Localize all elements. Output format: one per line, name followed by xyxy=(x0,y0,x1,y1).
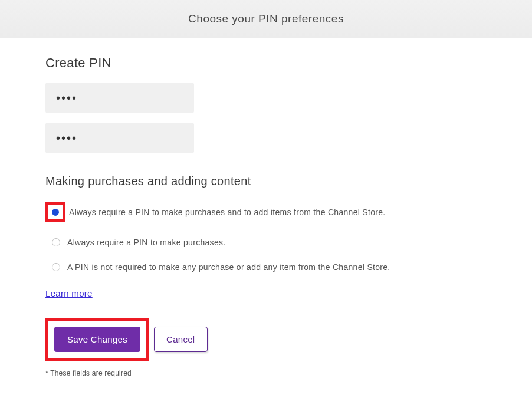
cancel-button[interactable]: Cancel xyxy=(154,327,208,352)
page-title: Choose your PIN preferences xyxy=(188,12,344,25)
radio-option-3-label: A PIN is not required to make any purcha… xyxy=(67,262,390,272)
highlight-box-save: Save Changes xyxy=(45,318,149,361)
radio-option-3-wrap xyxy=(52,263,60,271)
radio-option-2[interactable] xyxy=(52,238,60,246)
radio-option-1-label: Always require a PIN to make purchases a… xyxy=(69,208,386,217)
highlight-box-radio xyxy=(45,202,65,222)
save-button[interactable]: Save Changes xyxy=(54,327,140,352)
required-note: * These fields are required xyxy=(45,369,532,377)
pin-input-2[interactable]: •••• xyxy=(45,123,194,153)
purchases-section-title: Making purchases and adding content xyxy=(45,175,532,188)
pin-input-2-value: •••• xyxy=(56,131,77,145)
button-row: Save Changes Cancel xyxy=(45,318,532,361)
header-bar: Choose your PIN preferences xyxy=(0,0,532,38)
radio-option-2-label: Always require a PIN to make purchases. xyxy=(67,238,225,247)
create-pin-title: Create PIN xyxy=(45,55,532,71)
radio-option-2-wrap xyxy=(52,238,60,246)
radio-option-3[interactable] xyxy=(52,263,60,271)
pin-input-1-value: •••• xyxy=(56,91,77,105)
learn-more-link[interactable]: Learn more xyxy=(45,288,93,298)
radio-option-2-row: Always require a PIN to make purchases. xyxy=(45,238,532,247)
content-area: Create PIN •••• •••• Making purchases an… xyxy=(0,38,532,377)
radio-option-1-row: Always require a PIN to make purchases a… xyxy=(45,202,532,222)
pin-input-1[interactable]: •••• xyxy=(45,83,194,113)
radio-option-3-row: A PIN is not required to make any purcha… xyxy=(45,262,532,272)
radio-option-1[interactable] xyxy=(52,209,59,216)
